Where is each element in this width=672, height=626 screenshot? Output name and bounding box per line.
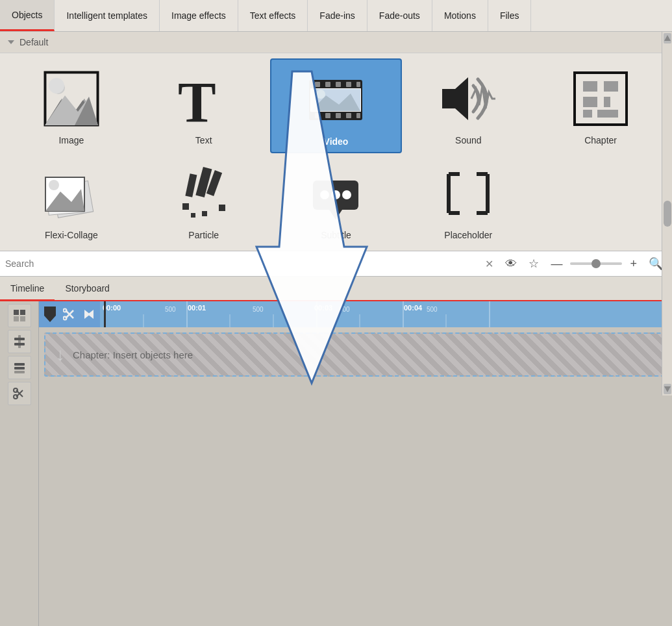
object-item-video[interactable]: Video [270,58,403,153]
chapter-icon [568,66,633,131]
svg-rect-12 [315,82,320,87]
svg-point-83 [64,317,67,320]
svg-rect-40 [583,110,592,118]
tab-text-effects[interactable]: Text effects [238,0,308,31]
svg-point-58 [342,190,351,199]
svg-rect-19 [325,113,330,118]
svg-point-78 [14,395,18,399]
svg-text:500: 500 [253,306,264,313]
right-scrollbar[interactable] [662,32,672,395]
scrollbar-thumb[interactable] [664,201,671,227]
tab-storyboard[interactable]: Storyboard [55,277,119,300]
object-item-flexi-collage[interactable]: Flexi-Collage [5,153,138,245]
sound-icon [436,66,501,131]
object-item-subtitle[interactable]: Subtitle [270,153,403,245]
svg-rect-15 [346,82,351,87]
svg-rect-74 [14,371,25,373]
flexi-collage-label: Flexi-Collage [45,230,98,240]
svg-rect-20 [336,113,341,118]
flexi-collage-icon [39,161,104,226]
timeline-fx-button[interactable] [8,304,31,327]
svg-marker-85 [88,310,93,319]
svg-point-77 [14,388,18,392]
svg-rect-37 [604,81,618,92]
scrollbar-up-arrow[interactable] [664,33,671,44]
zoom-in-button[interactable]: + [626,255,641,273]
tab-files[interactable]: Files [488,0,532,31]
timeline-body: 00:00 00:01 00:03 00:04 [0,301,672,626]
object-item-chapter[interactable]: Chapter [534,58,667,153]
tab-objects[interactable]: Objects [0,0,55,31]
svg-rect-73 [14,367,25,369]
object-item-particle[interactable]: Particle [138,153,270,245]
video-icon [303,68,368,132]
timeline-tracks: ↓ Chapter: Insert objects here [39,327,672,626]
svg-rect-36 [583,81,597,92]
objects-grid: Image T Text [0,53,672,251]
svg-rect-22 [356,113,360,118]
svg-rect-18 [315,113,320,118]
svg-rect-68 [20,316,25,321]
svg-rect-14 [336,82,341,87]
chapter-label: Chapter [584,135,617,145]
scrollbar-down-arrow[interactable] [664,384,671,394]
main-content: Default [0,32,672,626]
svg-rect-39 [604,97,610,107]
svg-rect-13 [325,82,330,87]
tab-intelligent-templates[interactable]: Intelligent templates [55,0,160,31]
text-icon: T [171,66,236,131]
object-item-text[interactable]: T Text [138,58,270,153]
search-input[interactable] [5,258,480,269]
timeline-tabs: Timeline Storyboard [0,277,672,301]
app-wrapper: Objects Intelligent templates Image effe… [0,0,672,626]
svg-rect-38 [583,97,597,107]
svg-marker-101 [664,35,671,41]
svg-rect-53 [191,213,195,218]
chapter-track[interactable]: ↓ Chapter: Insert objects here [44,332,667,377]
collapse-triangle[interactable] [8,40,14,44]
search-clear-button[interactable]: ✕ [482,255,496,273]
tab-fade-ins[interactable]: Fade-ins [308,0,367,31]
scissors-cut-button[interactable] [61,306,78,323]
svg-rect-51 [219,205,225,211]
sound-label: Sound [455,135,481,145]
add-track-button[interactable] [8,330,31,353]
object-item-placeholder[interactable]: Placeholder [402,153,534,245]
sub-track-button[interactable] [8,356,31,379]
timeline-ruler: 00:00 00:01 00:03 00:04 [100,301,669,327]
svg-rect-50 [182,203,189,210]
object-item-image[interactable]: Image [5,58,138,153]
video-label: Video [324,136,349,147]
svg-text:T: T [178,71,216,128]
search-bar: ✕ 👁 ☆ — + 🔍 [0,251,672,277]
svg-point-57 [331,190,340,199]
svg-point-82 [64,309,67,312]
timeline-left-controls [0,301,39,626]
svg-marker-102 [664,386,671,392]
zoom-slider[interactable] [570,262,622,265]
svg-marker-79 [44,307,56,322]
svg-rect-66 [20,310,25,315]
text-label: Text [195,135,212,145]
svg-marker-55 [329,210,342,219]
svg-rect-72 [14,363,25,366]
scissors-button[interactable] [8,382,31,405]
play-head-marker[interactable] [42,306,58,323]
svg-rect-65 [14,310,19,315]
particle-icon [171,161,236,226]
svg-marker-26 [442,77,468,120]
section-label: Default [19,37,48,47]
tab-timeline[interactable]: Timeline [0,277,55,301]
eye-icon-button[interactable]: 👁 [501,255,521,273]
object-item-sound[interactable]: Sound [402,58,534,153]
tab-motions[interactable]: Motions [432,0,488,31]
tab-fade-outs[interactable]: Fade-outs [367,0,432,31]
chapter-track-label: Chapter: Insert objects here [73,349,193,360]
star-icon-button[interactable]: ☆ [525,254,543,273]
split-button[interactable] [81,306,97,323]
zoom-out-button[interactable]: — [547,255,566,273]
subtitle-label: Subtitle [321,230,351,240]
section-header: Default [0,32,672,53]
svg-point-25 [316,90,325,99]
tab-image-effects[interactable]: Image effects [160,0,238,31]
